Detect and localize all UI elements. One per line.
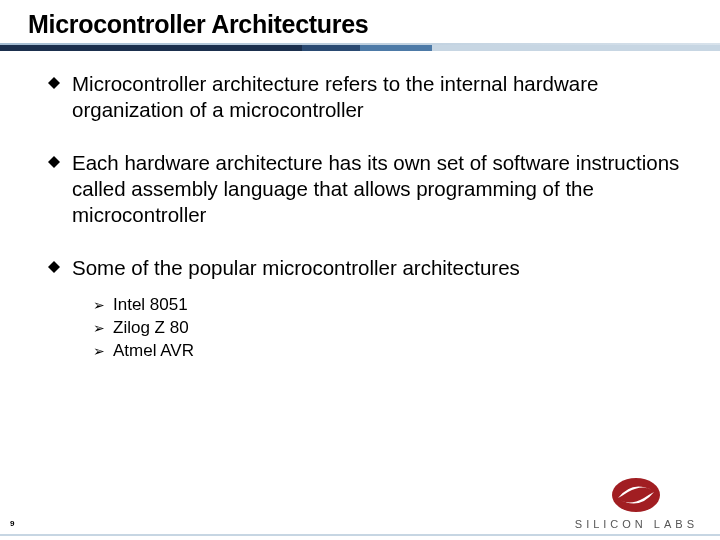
slide-title: Microcontroller Architectures [28, 10, 720, 39]
bullet-item: Each hardware architecture has its own s… [48, 150, 690, 227]
title-underline [0, 45, 720, 51]
diamond-bullet-icon [48, 261, 60, 273]
diamond-bullet-icon [48, 156, 60, 168]
page-number: 9 [10, 519, 14, 528]
sub-bullet-item: ➢ Intel 8051 [93, 295, 690, 315]
arrow-bullet-icon: ➢ [93, 297, 105, 313]
arrow-bullet-icon: ➢ [93, 343, 105, 359]
bullet-item: Microcontroller architecture refers to t… [48, 71, 690, 122]
sub-bullet-text: Intel 8051 [113, 295, 188, 315]
diamond-bullet-icon [48, 77, 60, 89]
logo: SILICON LABS [575, 474, 698, 530]
sub-bullet-text: Zilog Z 80 [113, 318, 189, 338]
bullet-text: Some of the popular microcontroller arch… [72, 255, 520, 281]
bottom-divider [0, 534, 720, 536]
sub-bullet-text: Atmel AVR [113, 341, 194, 361]
svg-point-3 [612, 478, 660, 512]
arrow-bullet-icon: ➢ [93, 320, 105, 336]
svg-marker-2 [48, 261, 60, 273]
title-bar: Microcontroller Architectures [0, 0, 720, 45]
slide-content: Microcontroller architecture refers to t… [0, 51, 720, 361]
bullet-text: Each hardware architecture has its own s… [72, 150, 690, 227]
sub-bullet-item: ➢ Zilog Z 80 [93, 318, 690, 338]
bullet-text: Microcontroller architecture refers to t… [72, 71, 690, 122]
bullet-item: Some of the popular microcontroller arch… [48, 255, 690, 281]
sub-bullet-item: ➢ Atmel AVR [93, 341, 690, 361]
svg-marker-1 [48, 156, 60, 168]
svg-marker-0 [48, 77, 60, 89]
sub-bullet-list: ➢ Intel 8051 ➢ Zilog Z 80 ➢ Atmel AVR [48, 295, 690, 361]
logo-swirl-icon [608, 474, 664, 516]
logo-text: SILICON LABS [575, 518, 698, 530]
